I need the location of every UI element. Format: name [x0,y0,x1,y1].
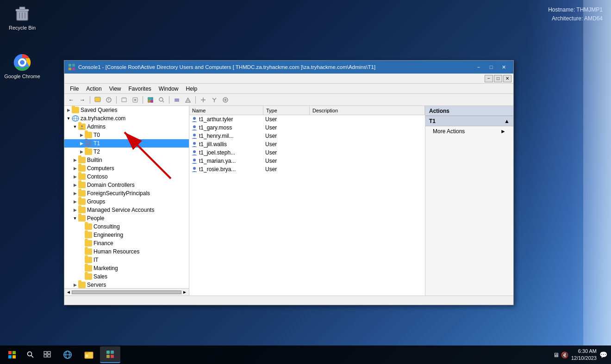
tree-item-contoso[interactable]: ▶ Contoso [64,173,189,181]
tree-arrow: ▶ [72,189,78,197]
svg-rect-26 [150,97,153,100]
tree-item-marketing[interactable]: ▶ Marketing [64,264,189,272]
start-button[interactable] [2,345,22,364]
toolbar-sep-3 [143,96,143,104]
menu-file[interactable]: File [66,85,82,93]
tree-item-hr[interactable]: ▶ Human Resources [64,247,189,256]
minimize-button[interactable]: − [473,62,485,72]
arch-label: Architecture: AMD64 [548,14,603,23]
ou-icon [85,232,92,238]
restore-button[interactable]: □ [485,62,497,72]
tree-item-dc[interactable]: ▶ Domain Controllers [64,181,189,189]
recycle-bin-icon[interactable]: Recycle Bin [4,5,41,31]
tree-item-saved-queries[interactable]: ▶ Saved Queries [64,106,189,114]
notification-icon[interactable]: 💬 [599,351,607,358]
list-row[interactable]: t1_jill.wallis User [189,140,425,148]
tree-item-engineering[interactable]: ▶ Engineering [64,231,189,239]
cell-type: User [265,133,277,139]
sec-restore-btn[interactable]: □ [494,75,502,82]
toolbar-btn9[interactable] [198,95,208,105]
toolbar-btn8[interactable] [183,95,193,105]
taskbar-explorer[interactable] [79,346,99,363]
domain-icon [72,115,79,122]
toolbar-btn2[interactable] [104,95,114,105]
tree-item-builtin[interactable]: ▶ Builtin [64,156,189,164]
col-header-description[interactable]: Description [310,106,425,115]
cell-type: User [265,158,277,164]
cell-type: User [265,141,277,148]
menu-favorites[interactable]: Favorites [125,85,155,93]
tree-item-t0[interactable]: ▶ T0 [64,131,189,139]
svg-point-44 [193,125,196,128]
tray-volume-icon[interactable]: 🔇 [561,352,568,358]
actions-section-t1[interactable]: T1 ▲ [425,116,513,126]
col-header-type[interactable]: Type [263,106,310,115]
taskbar-ie[interactable] [57,346,78,363]
tree-label-marketing: Marketing [94,265,118,271]
toolbar-btn5[interactable] [145,95,156,105]
list-row[interactable]: t1_henry.mil... User [189,132,425,140]
tree-label-engineering: Engineering [94,232,123,238]
toolbar-btn7[interactable] [172,95,182,105]
tree-panel: ▶ Saved Queries ▼ za.tryhackme.com [64,106,189,296]
menu-help[interactable]: Help [182,85,201,93]
cell-type: User [265,149,277,156]
list-row[interactable]: t1_rosie.brya... User [189,165,425,173]
window-controls: − □ ✕ [473,62,510,72]
toolbar-btn10[interactable] [209,95,219,105]
menu-window[interactable]: Window [155,85,182,93]
taskbar-clock[interactable]: 6:30 AM 12/10/2023 [571,348,597,362]
tree-item-sales[interactable]: ▶ Sales [64,272,189,281]
forward-button[interactable]: → [77,95,87,105]
menu-view[interactable]: View [106,85,125,93]
sec-close-btn[interactable]: ✕ [503,75,511,82]
search-button[interactable] [22,345,39,364]
svg-rect-28 [150,100,153,103]
back-button[interactable]: ← [66,95,76,105]
chrome-icon[interactable]: Google Chrome [4,53,41,80]
menu-action[interactable]: Action [82,85,105,93]
tree-item-groups[interactable]: ▶ Groups [64,197,189,206]
tree-item-computers[interactable]: ▶ Computers [64,164,189,173]
sec-minimize-btn[interactable]: − [485,75,493,82]
tree-arrow: ▶ [78,131,85,139]
list-row[interactable]: t1_joel.steph... User [189,148,425,157]
tree-item-finance[interactable]: ▶ Finance [64,239,189,247]
close-button[interactable]: ✕ [498,62,510,72]
toolbar-btn4[interactable] [130,95,140,105]
cell-type: User [265,116,277,123]
taskbar-mmc[interactable] [100,346,120,363]
tree-item-people[interactable]: ▼ People [64,214,189,222]
up-button[interactable] [93,95,103,105]
list-row[interactable]: t1_marian.ya... User [189,157,425,165]
cell-name: t1_jill.wallis [199,141,227,148]
svg-rect-13 [72,68,75,70]
ou-icon [85,273,92,280]
tray-network-icon[interactable]: 🖥 [553,352,559,358]
tree-item-za[interactable]: ▼ za.tryhackme.com [64,114,189,123]
svg-rect-71 [111,355,114,358]
tree-item-it[interactable]: ▶ IT [64,256,189,264]
tree-item-msa[interactable]: ▶ Managed Service Accounts [64,206,189,214]
clock-time: 6:30 AM [571,348,597,355]
toolbar-btn11[interactable] [220,95,231,105]
tree-arrow: ▶ [65,106,72,114]
tree-label-contoso: Contoso [87,173,108,180]
tree-item-fsp[interactable]: ▶ ForeignSecurityPrincipals [64,189,189,197]
tree-item-t1[interactable]: ▶ T1 [64,139,189,148]
folder-icon [78,190,86,197]
clock-date: 12/10/2023 [571,355,597,362]
tree-scroll-left[interactable]: ◄ [66,290,71,295]
tree-item-consulting[interactable]: ▶ Consulting [64,222,189,231]
tree-item-admins[interactable]: ▼ Admins [64,123,189,131]
toolbar-btn6[interactable] [156,95,167,105]
cell-type: User [265,124,277,131]
col-header-name[interactable]: Name [189,106,263,115]
task-view-button[interactable] [39,345,56,364]
toolbar-btn3[interactable] [119,95,129,105]
tree-item-t2[interactable]: ▶ T2 [64,148,189,156]
actions-more-actions[interactable]: More Actions ► [425,126,513,136]
list-row[interactable]: t1_arthur.tyler User [189,115,425,123]
list-row[interactable]: t1_gary.moss User [189,123,425,132]
tree-scroll-right[interactable]: ► [182,290,187,295]
